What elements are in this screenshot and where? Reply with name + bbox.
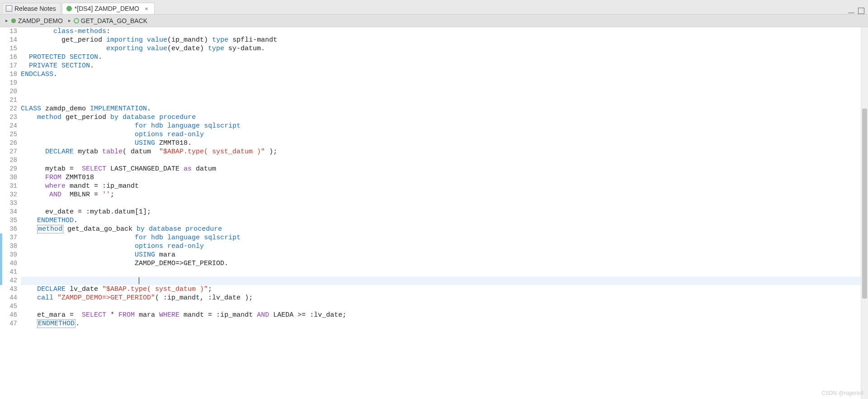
line-number: 30 [4,173,17,182]
abap-class-icon [11,18,16,24]
code-line[interactable] [21,276,861,285]
change-marker [0,233,2,285]
line-number: 44 [4,294,17,302]
code-line[interactable]: options read-only [21,242,861,251]
line-number: 45 [4,302,17,311]
line-number: 15 [4,44,17,53]
code-line[interactable] [21,302,861,311]
app-window: Release Notes *[DS4] ZAMDP_DEMO × ▸ ZAMD… [0,0,868,399]
tab-label: Release Notes [14,5,56,12]
line-number: 16 [4,53,17,62]
line-number: 24 [4,122,17,130]
line-number: 26 [4,139,17,147]
breadcrumb-method[interactable]: ▸ GET_DATA_GO_BACK [66,16,150,25]
code-line[interactable]: where mandt = :ip_mandt [21,182,861,190]
line-number: 40 [4,259,17,268]
scrollbar-thumb[interactable] [862,109,867,299]
chevron-right-icon: ▸ [68,18,71,24]
line-number: 13 [4,27,17,36]
breadcrumb-label: GET_DATA_GO_BACK [81,17,147,24]
watermark-text: CSDN @rogerix4 [821,390,863,396]
line-number: 31 [4,182,17,190]
code-line[interactable]: method get_period by database procedure [21,113,861,122]
line-number: 22 [4,104,17,113]
code-line[interactable] [21,199,861,208]
code-line[interactable]: DECLARE lv_date "$ABAP.type( syst_datum … [21,285,861,294]
line-number: 41 [4,268,17,276]
release-notes-icon [6,5,12,12]
line-number: 47 [4,319,17,328]
line-number: 34 [4,208,17,216]
line-number: 17 [4,62,17,70]
breadcrumb-class[interactable]: ▸ ZAMDP_DEMO [3,16,66,25]
code-line[interactable]: class-methods: [21,27,861,36]
abap-class-icon [66,5,72,12]
line-number-gutter: 1314151617181920212223242526272829303132… [4,27,20,399]
line-number: 28 [4,156,17,165]
code-line[interactable]: options read-only [21,130,861,139]
text-caret [139,277,139,284]
vertical-scrollbar[interactable] [861,27,868,399]
line-number: 33 [4,199,17,208]
line-number: 42 [4,276,17,285]
code-line[interactable]: for hdb language sqlscript [21,122,861,130]
code-line[interactable]: ENDMETHOD. [21,216,861,225]
code-editor[interactable]: 1314151617181920212223242526272829303132… [0,27,868,399]
code-line[interactable]: mytab = SELECT LAST_CHANGED_DATE as datu… [21,165,861,173]
line-number: 14 [4,36,17,44]
line-number: 35 [4,216,17,225]
line-number: 46 [4,311,17,319]
code-line[interactable]: et_mara = SELECT * FROM mara WHERE mandt… [21,311,861,319]
code-line[interactable]: ENDCLASS. [21,70,861,79]
code-line[interactable]: ENDMETHOD. [21,319,861,328]
line-number: 25 [4,130,17,139]
code-line[interactable]: AND MBLNR = ''; [21,190,861,199]
line-number: 23 [4,113,17,122]
minimize-icon[interactable] [848,10,854,13]
line-number: 37 [4,233,17,242]
code-line[interactable]: PROTECTED SECTION. [21,53,861,62]
tab-release-notes[interactable]: Release Notes [2,3,61,14]
tabbar-window-controls [848,8,868,14]
code-line[interactable]: method get_data_go_back by database proc… [21,225,861,233]
change-marker-column [0,27,4,399]
code-line[interactable]: for hdb language sqlscript [21,233,861,242]
code-line[interactable]: get_period importing value(ip_mandt) typ… [21,36,861,44]
code-line[interactable]: DECLARE mytab table( datum "$ABAP.type( … [21,147,861,156]
abap-method-icon [74,18,79,24]
code-line[interactable]: CLASS zamdp_demo IMPLEMENTATION. [21,104,861,113]
breadcrumb: ▸ ZAMDP_DEMO ▸ GET_DATA_GO_BACK [0,14,868,27]
editor-tabbar: Release Notes *[DS4] ZAMDP_DEMO × [0,0,868,14]
code-line[interactable]: USING mara [21,251,861,259]
chevron-right-icon: ▸ [5,18,8,24]
tab-zamdp-demo[interactable]: *[DS4] ZAMDP_DEMO × [62,3,155,14]
maximize-icon[interactable] [858,8,864,14]
code-line[interactable]: PRIVATE SECTION. [21,62,861,70]
code-line[interactable]: USING ZMMT018. [21,139,861,147]
code-line[interactable]: FROM ZMMT018 [21,173,861,182]
line-number: 27 [4,147,17,156]
code-line[interactable]: call "ZAMDP_DEMO=>GET_PERIOD"( :ip_mandt… [21,294,861,302]
line-number: 32 [4,190,17,199]
code-line[interactable] [21,79,861,87]
code-line[interactable] [21,268,861,276]
code-line[interactable]: ZAMDP_DEMO=>GET_PERIOD. [21,259,861,268]
line-number: 21 [4,96,17,104]
code-line[interactable]: exporting value(ev_date) type sy-datum. [21,44,861,53]
line-number: 20 [4,87,17,96]
line-number: 38 [4,242,17,251]
line-number: 36 [4,225,17,233]
line-number: 18 [4,70,17,79]
code-line[interactable] [21,96,861,104]
line-number: 19 [4,79,17,87]
line-number: 43 [4,285,17,294]
close-icon[interactable]: × [143,5,150,12]
code-line[interactable]: ev_date = :mytab.datum[1]; [21,208,861,216]
tab-label: *[DS4] ZAMDP_DEMO [75,5,139,12]
line-number: 29 [4,165,17,173]
code-line[interactable] [21,156,861,165]
code-content[interactable]: class-methods: get_period importing valu… [20,27,861,399]
line-number: 39 [4,251,17,259]
code-line[interactable] [21,87,861,96]
breadcrumb-label: ZAMDP_DEMO [18,17,63,24]
